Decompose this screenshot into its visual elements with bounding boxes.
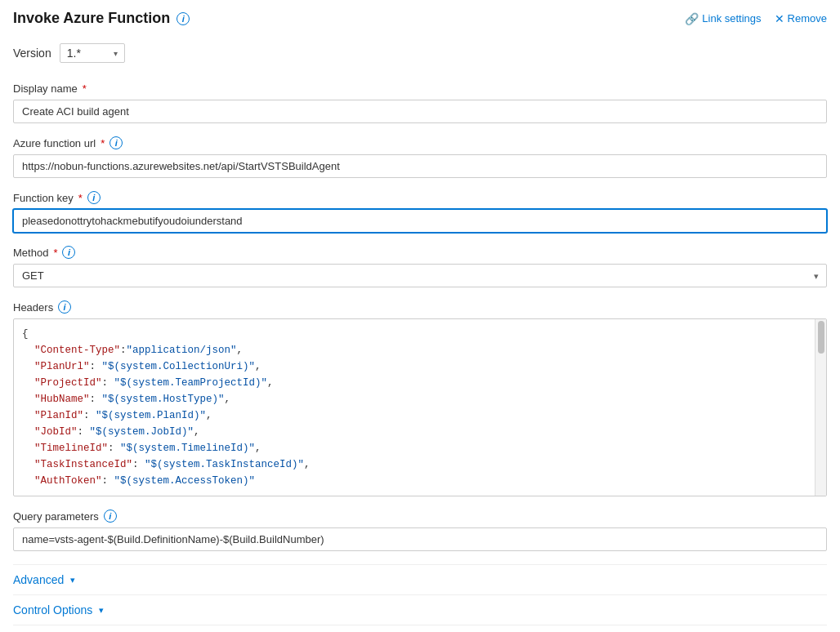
version-select[interactable]: 1.* ▾ [60, 43, 125, 63]
version-value: 1.* [67, 47, 81, 60]
method-info-icon[interactable]: i [62, 246, 75, 259]
function-key-input[interactable] [13, 209, 827, 233]
headers-label-row: Headers i [13, 300, 827, 314]
title-info-icon[interactable]: i [176, 12, 190, 25]
headers-scrollbar[interactable] [815, 319, 826, 496]
link-settings-label: Link settings [702, 12, 761, 24]
header-right: 🔗 Link settings ✕ Remove [685, 12, 827, 25]
function-key-label-row: Function key * i [13, 191, 827, 204]
query-parameters-label: Query parameters [13, 510, 99, 523]
display-name-label: Display name [13, 82, 78, 95]
page-header: Invoke Azure Function i 🔗 Link settings … [13, 10, 827, 27]
query-parameters-group: Query parameters i [13, 510, 827, 551]
advanced-chevron-icon: ▾ [70, 575, 75, 585]
method-group: Method * i GET POST PUT DELETE PATCH OPT… [13, 246, 827, 287]
method-select-wrapper: GET POST PUT DELETE PATCH OPTIONS HEAD ▾ [13, 264, 827, 287]
query-parameters-info-icon[interactable]: i [104, 510, 117, 523]
remove-button[interactable]: ✕ Remove [775, 12, 827, 25]
output-variables-section[interactable]: Output Variables ▾ [13, 625, 827, 632]
display-name-input[interactable] [13, 100, 827, 123]
method-required: * [53, 247, 57, 259]
method-select[interactable]: GET POST PUT DELETE PATCH OPTIONS HEAD [13, 264, 827, 287]
function-key-group: Function key * i [13, 191, 827, 233]
version-label: Version [13, 47, 51, 60]
azure-function-url-info-icon[interactable]: i [109, 136, 123, 149]
method-label-row: Method * i [13, 246, 827, 259]
azure-function-url-label-row: Azure function url * i [13, 136, 827, 149]
method-label: Method [13, 247, 48, 259]
display-name-label-row: Display name * [13, 82, 827, 95]
function-key-info-icon[interactable]: i [87, 191, 101, 204]
link-settings-button[interactable]: 🔗 Link settings [685, 12, 761, 25]
link-icon: 🔗 [685, 12, 699, 25]
advanced-label: Advanced [13, 573, 64, 586]
control-options-label: Control Options [13, 603, 92, 616]
remove-label: Remove [788, 12, 827, 24]
header-left: Invoke Azure Function i [13, 10, 190, 27]
display-name-required: * [83, 82, 87, 95]
function-key-required: * [78, 192, 83, 204]
version-chevron-icon: ▾ [114, 49, 118, 58]
advanced-section[interactable]: Advanced ▾ [13, 564, 827, 594]
query-parameters-label-row: Query parameters i [13, 510, 827, 523]
version-row: Version 1.* ▾ [13, 43, 827, 63]
page-title: Invoke Azure Function [13, 10, 170, 27]
azure-function-url-group: Azure function url * i [13, 136, 827, 178]
azure-function-url-required: * [101, 137, 105, 149]
headers-label: Headers [13, 301, 53, 314]
headers-input[interactable]: { "Content-Type":"application/json", "Pl… [13, 318, 827, 496]
control-options-section[interactable]: Control Options ▾ [13, 594, 827, 625]
remove-icon: ✕ [775, 12, 784, 25]
headers-group: Headers i { "Content-Type":"application/… [13, 300, 827, 496]
azure-function-url-input[interactable] [13, 154, 827, 178]
azure-function-url-label: Azure function url [13, 137, 96, 149]
display-name-group: Display name * [13, 82, 827, 123]
function-key-label: Function key [13, 192, 74, 204]
control-options-chevron-icon: ▾ [99, 605, 104, 616]
query-parameters-input[interactable] [13, 527, 827, 551]
headers-info-icon[interactable]: i [58, 300, 71, 314]
